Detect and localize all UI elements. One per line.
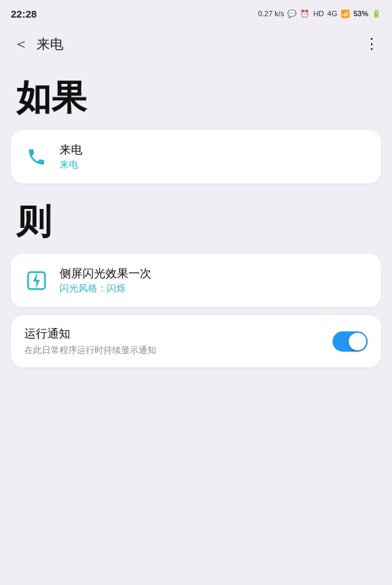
alarm-icon: ⏰ bbox=[300, 9, 310, 18]
status-bar: 22:28 0.27 k/s 💬 ⏰ HD 4G 📶 53% 🔋 bbox=[0, 0, 392, 27]
network-speed: 0.27 k/s bbox=[258, 9, 285, 18]
flash-card-title: 侧屏闪光效果一次 bbox=[59, 266, 151, 281]
status-icons: 0.27 k/s 💬 ⏰ HD 4G 📶 53% 🔋 bbox=[258, 9, 381, 18]
signal-label: 4G bbox=[327, 9, 337, 18]
signal-bars-icon: 📶 bbox=[341, 9, 350, 18]
battery-indicator: 53% bbox=[353, 9, 368, 18]
battery-icon: 🔋 bbox=[372, 9, 381, 18]
incoming-call-card[interactable]: 来电 来电 bbox=[11, 130, 381, 183]
incoming-call-subtitle: 来电 bbox=[59, 159, 82, 171]
notification-description: 在此日常程序运行时持续显示通知 bbox=[24, 344, 333, 356]
incoming-call-text: 来电 来电 bbox=[59, 142, 82, 171]
status-time: 22:28 bbox=[11, 8, 36, 20]
nav-left: ＜ 来电 bbox=[14, 34, 64, 54]
notification-text: 运行通知 在此日常程序运行时持续显示通知 bbox=[24, 326, 333, 356]
section-if-label: 如果 bbox=[0, 61, 392, 130]
back-button[interactable]: ＜ bbox=[14, 34, 28, 54]
flash-card-text: 侧屏闪光效果一次 闪光风格：闪烁 bbox=[59, 266, 151, 295]
notification-toggle[interactable] bbox=[333, 331, 368, 352]
message-icon: 💬 bbox=[287, 9, 297, 18]
flash-icon bbox=[24, 268, 49, 293]
flash-card-subtitle: 闪光风格：闪烁 bbox=[59, 283, 151, 295]
section-then-label: 则 bbox=[0, 191, 392, 254]
more-menu-button[interactable]: ⋮ bbox=[364, 35, 378, 53]
flash-effect-card[interactable]: 侧屏闪光效果一次 闪光风格：闪烁 bbox=[11, 254, 381, 307]
nav-title: 来电 bbox=[36, 35, 64, 53]
notification-label: 运行通知 bbox=[24, 326, 333, 342]
nav-bar: ＜ 来电 ⋮ bbox=[0, 27, 392, 61]
notification-toggle-row: 运行通知 在此日常程序运行时持续显示通知 bbox=[11, 315, 381, 367]
phone-icon bbox=[24, 145, 49, 169]
incoming-call-title: 来电 bbox=[59, 142, 82, 158]
hd-label: HD bbox=[313, 9, 324, 18]
